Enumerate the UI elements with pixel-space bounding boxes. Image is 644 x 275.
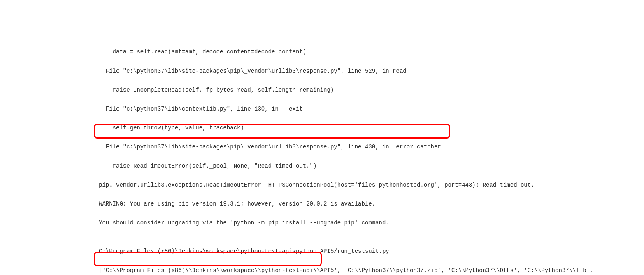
console-line: raise ReadTimeoutError(self._pool, None,… — [99, 162, 644, 171]
console-line: raise IncompleteRead(self._fp_bytes_read… — [99, 86, 644, 95]
console-line: File "c:\python37\lib\site-packages\pip\… — [99, 67, 644, 76]
console-line: File "c:\python37\lib\contextlib.py", li… — [99, 104, 644, 114]
console-line: self.gen.throw(type, value, traceback) — [99, 123, 644, 133]
console-line: data = self.read(amt=amt, decode_content… — [99, 47, 644, 57]
console-line: C:\Program Files (x86)\Jenkins\workspace… — [99, 247, 644, 256]
console-line: File "c:\python37\lib\site-packages\pip\… — [99, 142, 644, 152]
console-output: data = self.read(amt=amt, decode_content… — [0, 38, 644, 275]
console-line: You should consider upgrading via the 'p… — [99, 218, 644, 228]
console-line: ['C:\\Program Files (x86)\\Jenkins\\work… — [99, 266, 644, 275]
console-line: WARNING: You are using pip version 19.3.… — [99, 199, 644, 209]
console-line: pip._vendor.urllib3.exceptions.ReadTimeo… — [99, 180, 644, 190]
